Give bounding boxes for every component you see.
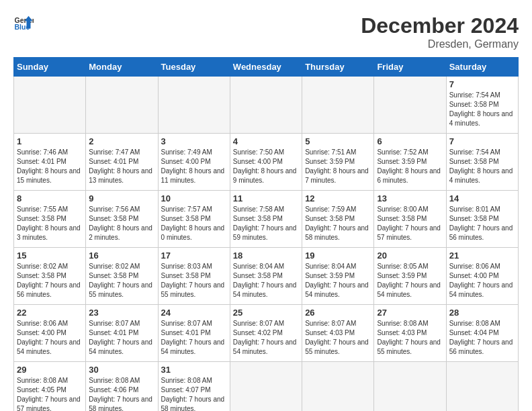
calendar-week-row: 8Sunrise: 7:55 AMSunset: 3:58 PMDaylight…	[14, 191, 519, 248]
empty-cell	[158, 77, 230, 134]
day-info: Sunrise: 8:04 AMSunset: 3:59 PMDaylight:…	[305, 262, 371, 300]
day-info: Sunrise: 7:58 AMSunset: 3:58 PMDaylight:…	[233, 205, 299, 242]
day-number: 21	[449, 250, 515, 261]
day-number: 28	[449, 308, 515, 318]
day-number: 13	[377, 193, 443, 203]
empty-cell	[14, 77, 86, 134]
day-number: 3	[161, 136, 227, 146]
day-cell: 7Sunrise: 7:54 AMSunset: 3:58 PMDaylight…	[446, 134, 518, 191]
month-title: December 2024	[361, 13, 519, 38]
day-info: Sunrise: 8:02 AMSunset: 3:58 PMDaylight:…	[17, 262, 83, 300]
day-cell: 10Sunrise: 7:57 AMSunset: 3:58 PMDayligh…	[158, 191, 230, 248]
weekday-header: Sunday	[14, 58, 86, 77]
day-cell: 6Sunrise: 7:52 AMSunset: 3:59 PMDaylight…	[374, 134, 446, 191]
day-number: 31	[161, 365, 227, 375]
empty-cell	[230, 362, 302, 412]
day-cell: 30Sunrise: 8:08 AMSunset: 4:06 PMDayligh…	[86, 362, 158, 412]
day-number: 5	[305, 136, 371, 146]
empty-cell	[374, 77, 446, 134]
calendar-week-row: 29Sunrise: 8:08 AMSunset: 4:05 PMDayligh…	[14, 362, 519, 412]
weekday-header-row: SundayMondayTuesdayWednesdayThursdayFrid…	[14, 58, 519, 77]
day-info: Sunrise: 8:07 AMSunset: 4:02 PMDaylight:…	[233, 319, 299, 357]
day-info: Sunrise: 8:08 AMSunset: 4:06 PMDaylight:…	[89, 376, 154, 411]
day-info: Sunrise: 7:56 AMSunset: 3:58 PMDaylight:…	[89, 205, 154, 242]
empty-cell	[302, 77, 374, 134]
day-info: Sunrise: 7:51 AMSunset: 3:59 PMDaylight:…	[305, 148, 371, 185]
calendar-week-row: 7Sunrise: 7:54 AMSunset: 3:58 PMDaylight…	[14, 77, 519, 134]
calendar-week-row: 22Sunrise: 8:06 AMSunset: 4:00 PMDayligh…	[14, 305, 519, 362]
calendar-table: SundayMondayTuesdayWednesdayThursdayFrid…	[13, 57, 519, 411]
day-number: 26	[305, 308, 371, 318]
day-number: 14	[449, 193, 515, 203]
day-info: Sunrise: 7:55 AMSunset: 3:58 PMDaylight:…	[17, 205, 83, 242]
day-cell: 17Sunrise: 8:03 AMSunset: 3:58 PMDayligh…	[158, 248, 230, 305]
day-cell: 28Sunrise: 8:08 AMSunset: 4:04 PMDayligh…	[446, 305, 518, 362]
day-info: Sunrise: 8:08 AMSunset: 4:07 PMDaylight:…	[161, 376, 227, 411]
day-number: 18	[233, 250, 299, 261]
day-info: Sunrise: 8:07 AMSunset: 4:01 PMDaylight:…	[161, 319, 227, 357]
day-cell: 2Sunrise: 7:47 AMSunset: 4:01 PMDaylight…	[86, 134, 158, 191]
day-cell: 13Sunrise: 8:00 AMSunset: 3:58 PMDayligh…	[374, 191, 446, 248]
day-cell: 11Sunrise: 7:58 AMSunset: 3:58 PMDayligh…	[230, 191, 302, 248]
day-info: Sunrise: 7:52 AMSunset: 3:59 PMDaylight:…	[377, 148, 443, 185]
day-cell: 26Sunrise: 8:07 AMSunset: 4:03 PMDayligh…	[302, 305, 374, 362]
day-cell: 4Sunrise: 7:50 AMSunset: 4:00 PMDaylight…	[230, 134, 302, 191]
day-cell: 19Sunrise: 8:04 AMSunset: 3:59 PMDayligh…	[302, 248, 374, 305]
day-info: Sunrise: 7:54 AMSunset: 3:58 PMDaylight:…	[449, 91, 515, 128]
day-number: 17	[161, 250, 227, 261]
day-cell: 5Sunrise: 7:51 AMSunset: 3:59 PMDaylight…	[302, 134, 374, 191]
day-info: Sunrise: 7:46 AMSunset: 4:01 PMDaylight:…	[17, 148, 83, 185]
weekday-header: Wednesday	[230, 58, 302, 77]
day-cell: 21Sunrise: 8:06 AMSunset: 4:00 PMDayligh…	[446, 248, 518, 305]
day-info: Sunrise: 7:49 AMSunset: 4:00 PMDaylight:…	[161, 148, 227, 185]
empty-cell	[374, 362, 446, 412]
day-cell: 3Sunrise: 7:49 AMSunset: 4:00 PMDaylight…	[158, 134, 230, 191]
day-info: Sunrise: 7:54 AMSunset: 3:58 PMDaylight:…	[449, 148, 515, 185]
day-info: Sunrise: 7:57 AMSunset: 3:58 PMDaylight:…	[161, 205, 227, 242]
day-cell: 9Sunrise: 7:56 AMSunset: 3:58 PMDaylight…	[86, 191, 158, 248]
weekday-header: Tuesday	[158, 58, 230, 77]
day-cell: 22Sunrise: 8:06 AMSunset: 4:00 PMDayligh…	[14, 305, 86, 362]
weekday-header: Thursday	[302, 58, 374, 77]
logo-icon: General Blue	[13, 13, 34, 34]
day-info: Sunrise: 8:08 AMSunset: 4:04 PMDaylight:…	[449, 319, 515, 357]
day-info: Sunrise: 7:47 AMSunset: 4:01 PMDaylight:…	[89, 148, 154, 185]
day-cell: 15Sunrise: 8:02 AMSunset: 3:58 PMDayligh…	[14, 248, 86, 305]
day-cell: 18Sunrise: 8:04 AMSunset: 3:58 PMDayligh…	[230, 248, 302, 305]
day-cell: 12Sunrise: 7:59 AMSunset: 3:58 PMDayligh…	[302, 191, 374, 248]
day-cell: 20Sunrise: 8:05 AMSunset: 3:59 PMDayligh…	[374, 248, 446, 305]
title-area: December 2024 Dresden, Germany	[361, 13, 519, 50]
day-info: Sunrise: 8:08 AMSunset: 4:03 PMDaylight:…	[377, 319, 443, 357]
day-number: 29	[17, 365, 83, 375]
empty-cell	[86, 77, 158, 134]
day-info: Sunrise: 8:04 AMSunset: 3:58 PMDaylight:…	[233, 262, 299, 300]
day-cell: 23Sunrise: 8:07 AMSunset: 4:01 PMDayligh…	[86, 305, 158, 362]
day-number: 2	[89, 136, 154, 146]
day-info: Sunrise: 8:06 AMSunset: 4:00 PMDaylight:…	[449, 262, 515, 300]
day-cell: 29Sunrise: 8:08 AMSunset: 4:05 PMDayligh…	[14, 362, 86, 412]
day-number: 6	[377, 136, 443, 146]
day-number: 27	[377, 308, 443, 318]
day-number: 11	[233, 193, 299, 203]
day-number: 23	[89, 308, 154, 318]
day-info: Sunrise: 8:00 AMSunset: 3:58 PMDaylight:…	[377, 205, 443, 242]
day-number: 15	[17, 250, 83, 261]
day-info: Sunrise: 8:03 AMSunset: 3:58 PMDaylight:…	[161, 262, 227, 300]
weekday-header: Monday	[86, 58, 158, 77]
day-cell: 16Sunrise: 8:02 AMSunset: 3:58 PMDayligh…	[86, 248, 158, 305]
day-info: Sunrise: 7:50 AMSunset: 4:00 PMDaylight:…	[233, 148, 299, 185]
day-number: 10	[161, 193, 227, 203]
day-cell: 1Sunrise: 7:46 AMSunset: 4:01 PMDaylight…	[14, 134, 86, 191]
day-info: Sunrise: 8:07 AMSunset: 4:03 PMDaylight:…	[305, 319, 371, 357]
day-info: Sunrise: 8:07 AMSunset: 4:01 PMDaylight:…	[89, 319, 154, 357]
day-number: 4	[233, 136, 299, 146]
weekday-header: Friday	[374, 58, 446, 77]
day-info: Sunrise: 7:59 AMSunset: 3:58 PMDaylight:…	[305, 205, 371, 242]
day-info: Sunrise: 8:01 AMSunset: 3:58 PMDaylight:…	[449, 205, 515, 242]
calendar-week-row: 1Sunrise: 7:46 AMSunset: 4:01 PMDaylight…	[14, 134, 519, 191]
weekday-header: Saturday	[446, 58, 518, 77]
location-title: Dresden, Germany	[361, 38, 519, 50]
day-info: Sunrise: 8:02 AMSunset: 3:58 PMDaylight:…	[89, 262, 154, 300]
header: General Blue December 2024 Dresden, Germ…	[13, 13, 519, 50]
day-number: 24	[161, 308, 227, 318]
